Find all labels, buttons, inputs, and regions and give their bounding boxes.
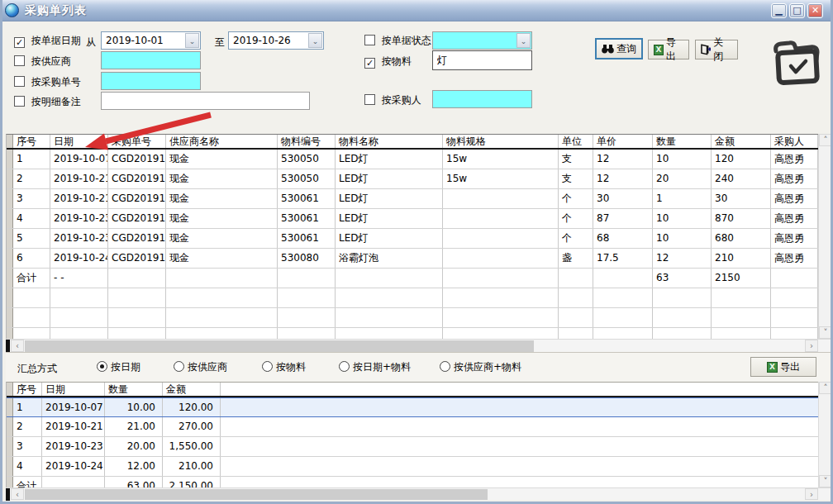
maximize-button[interactable]: □ [789,3,805,18]
scroll-up-icon[interactable]: ˄ [819,382,832,394]
summary-column-header-2[interactable]: 日期 [42,383,105,396]
summary-horizontal-scrollbar[interactable]: ‹ › [6,487,833,500]
row-header [7,398,13,416]
chevron-down-icon[interactable]: ⌄ [185,33,199,48]
radio-dot[interactable] [97,361,107,372]
summary-vertical-scrollbar[interactable]: ˄ ˅ [818,382,831,487]
remark-input[interactable] [101,92,310,110]
checkbox-by-po[interactable] [14,76,25,87]
table-row[interactable]: 22019-10-21CGD201910现金530050LED灯15w支1220… [7,169,818,189]
table-cell: 10 [653,150,712,169]
radio-5[interactable]: 按供应商+物料 [440,360,521,373]
table-row[interactable]: 12019-10-07CGD201910现金530050LED灯15w支1210… [7,150,818,169]
export-button-top[interactable]: X 导出 [648,40,689,59]
date-from-combobox[interactable]: 2019-10-01 ⌄ [101,31,201,50]
table-row[interactable]: 42019-10-23CGD201910现金530061LED灯个8710870… [7,209,818,229]
row-header [7,249,13,268]
export-button-bottom[interactable]: X 导出 [750,357,816,377]
radio-4[interactable]: 按日期+物料 [339,360,411,373]
summary-row[interactable]: 42019-10-2412.00210.00 [7,457,818,477]
scroll-left-icon[interactable]: ‹ [11,340,24,352]
column-header-5[interactable]: 物料编号 [278,135,336,148]
filter-by-status-label: 按单据状态 [382,35,431,46]
table-cell: 1 [13,150,50,169]
summary-row[interactable]: 32019-10-2320.001,550.00 [7,437,818,457]
supplier-input[interactable] [101,51,201,69]
column-header-11[interactable]: 金额 [712,135,771,148]
checkbox-by-status[interactable] [364,35,375,45]
empty-row[interactable] [7,328,818,339]
summary-total-row[interactable]: 合计63.002,150.00 [7,477,818,487]
column-header-4[interactable]: 供应商名称 [166,135,278,148]
checkbox-by-material[interactable]: ✓ [364,58,375,69]
radio-dot[interactable] [262,361,273,372]
filter-by-material[interactable]: ✓ 按物料 [364,55,412,68]
column-header-7[interactable]: 物料规格 [443,135,559,148]
scrollbar-thumb[interactable] [25,489,488,500]
filter-by-date[interactable]: ✓ 按单据日期 [14,34,81,47]
scroll-left-icon[interactable]: ‹ [11,488,24,500]
filter-by-supplier[interactable]: 按供应商 [14,55,71,68]
scroll-down-icon[interactable]: ˅ [819,326,832,339]
splitter-grip[interactable] [6,340,10,353]
table-cell [278,269,336,288]
table-row[interactable]: 62019-10-24CGD201910现金530080浴霸灯泡盏17.5122… [7,249,818,269]
excel-icon: X [654,45,664,55]
checkbox-by-supplier[interactable] [14,55,25,66]
query-button[interactable]: 查询 [596,39,642,59]
po-number-input[interactable] [101,72,201,90]
column-header-2[interactable]: 日期▲ [50,135,108,148]
date-to-combobox[interactable]: 2019-10-26 ⌄ [228,31,324,50]
summary-row[interactable]: 12019-10-0710.00120.00 [7,397,818,417]
table-row[interactable]: 52019-10-23CGD201910现金530061LED灯个6810680… [7,229,818,249]
filter-by-buyer[interactable]: 按采购人 [364,93,421,107]
status-combobox[interactable]: ⌄ [432,31,532,50]
scroll-up-icon[interactable]: ˄ [819,134,832,146]
column-header-8[interactable]: 单位 [559,135,593,148]
checkbox-by-remark[interactable] [14,96,25,107]
summary-column-header-3[interactable]: 数量 [105,383,163,396]
scroll-down-icon[interactable]: ˅ [819,475,832,487]
table-cell [712,328,771,339]
chevron-down-icon[interactable]: ⌄ [516,33,531,48]
empty-row[interactable] [7,308,818,328]
column-header-3[interactable]: 采购单号 [108,135,166,148]
minimize-button[interactable]: ▁ [771,3,787,18]
radio-1[interactable]: 按日期 [97,360,140,373]
vertical-scrollbar[interactable]: ˄ ˅ [818,134,831,339]
radio-2[interactable]: 按供应商 [174,360,227,373]
close-window-button[interactable]: 关闭 [695,40,738,59]
total-row[interactable]: 合计- -632150 [7,269,818,288]
table-cell: 530050 [278,150,336,169]
scroll-right-icon[interactable]: › [805,488,818,500]
filter-by-po[interactable]: 按采购单号 [14,75,81,88]
radio-dot[interactable] [440,361,450,372]
summary-row[interactable]: 22019-10-2121.00270.00 [7,417,818,437]
empty-row[interactable] [7,288,818,308]
column-header-10[interactable]: 数量 [653,135,712,148]
material-input[interactable] [432,50,532,70]
column-header-9[interactable]: 单价 [593,135,653,148]
checkbox-by-date[interactable]: ✓ [14,37,25,48]
radio-dot[interactable] [339,361,350,372]
scroll-right-icon[interactable]: › [805,340,818,352]
filter-by-status[interactable]: 按单据状态 [364,34,431,47]
title-bar[interactable]: 采购单列表 ▁ □ ✕ [0,0,833,21]
chevron-down-icon[interactable]: ⌄ [308,33,322,48]
horizontal-scrollbar[interactable]: ‹ › [6,339,833,352]
checkbox-by-buyer[interactable] [364,94,375,105]
radio-dot[interactable] [174,361,184,372]
close-button[interactable]: ✕ [807,3,823,18]
buyer-input[interactable] [432,90,532,108]
column-header-6[interactable]: 物料名称 [336,135,443,148]
scrollbar-thumb[interactable] [25,340,534,352]
summary-column-header-1[interactable]: 序号 [13,383,42,396]
column-header-12[interactable]: 采购人 [771,135,818,148]
summary-column-header-4[interactable]: 金额 [163,383,221,396]
column-header-1[interactable]: 序号 [13,135,50,148]
row-header [7,477,13,487]
filter-by-remark[interactable]: 按明细备注 [14,95,81,108]
radio-3[interactable]: 按物料 [262,360,306,373]
splitter-grip[interactable] [6,488,10,501]
table-row[interactable]: 32019-10-21CGD201910现金530061LED灯个30130高恩… [7,189,818,209]
